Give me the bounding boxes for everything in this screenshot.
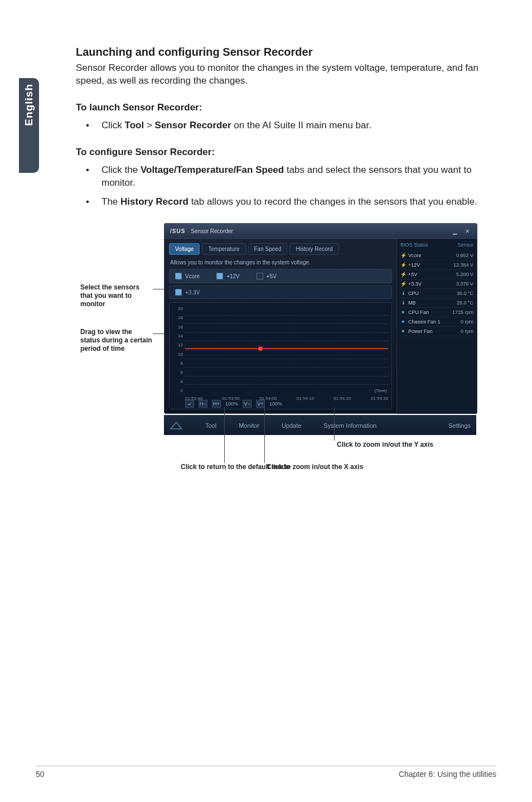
connector-line	[264, 407, 265, 463]
text: tab allows you to record the changes in …	[188, 196, 477, 207]
minimize-icon[interactable]: ▁	[451, 227, 459, 235]
language-label: English	[23, 84, 35, 126]
brand-logo: /SUS	[170, 228, 185, 234]
sensor-icon: 🌡	[400, 300, 406, 306]
xtick: 01:54:10	[297, 396, 314, 401]
time-axis-label: (Time)	[374, 388, 387, 393]
check-vcore[interactable]: Vcore	[175, 273, 200, 279]
sensor-side-panel: BIOS Status Sensor ⚡Vcore0.952 V⚡+12V12.…	[396, 239, 477, 414]
sensor-row: 🌡CPU36.0 °C	[400, 289, 473, 298]
zoom-x-out-button[interactable]: H−	[199, 400, 207, 408]
app-window: /SUS Sensor Recorder ▁ ✕ Voltage Tempera…	[164, 223, 477, 414]
tab-row: Voltage Temperature Fan Speed History Re…	[169, 243, 392, 255]
xtick: 01:54:20	[333, 396, 351, 401]
check-12v[interactable]: +12V	[216, 273, 240, 279]
window-title: Sensor Recorder	[191, 228, 233, 234]
bottom-tool-button[interactable]: Tool	[205, 422, 216, 429]
sensor-icon: ✷	[400, 328, 406, 334]
sensor-row: 🌡MB28.0 °C	[400, 298, 473, 308]
sensor-name: +12V	[408, 262, 453, 268]
section-heading: Launching and configuring Sensor Recorde…	[76, 46, 492, 59]
checkbox-icon[interactable]	[175, 289, 182, 296]
zoom-y-out-button[interactable]: V−	[243, 400, 252, 408]
ytick: 10	[172, 352, 183, 357]
sensor-name: CPU	[408, 291, 457, 296]
sensor-row: ⚡+3.3V3.376 V	[400, 279, 473, 289]
xtick: 01:54:30	[371, 396, 388, 401]
ytick: 6	[172, 370, 183, 375]
figure-region: Select the sensors that you want to moni…	[80, 223, 492, 480]
zoom-controls: ⤾ H− H+ 100% V− V+ 100%	[185, 400, 282, 408]
launch-bullet: Click Tool > Sensor Recorder on the AI S…	[76, 119, 492, 132]
text: >	[144, 120, 154, 131]
ytick: 4	[172, 379, 183, 384]
configure-bullet-1: Click the Voltage/Temperature/Fan Speed …	[76, 163, 492, 190]
suite-logo-icon	[170, 421, 183, 431]
sensor-value: 28.0 °C	[457, 300, 473, 306]
text: Click	[101, 120, 125, 131]
sensor-name: Power Fan	[408, 328, 461, 334]
ytick: 12	[172, 342, 183, 347]
ytick: 20	[172, 306, 183, 311]
tool-bold: Tool	[125, 120, 144, 131]
tab-fan-speed[interactable]: Fan Speed	[248, 243, 288, 255]
bottom-monitor-button[interactable]: Monitor	[239, 422, 259, 429]
checkbox-icon	[175, 273, 182, 279]
bottom-sysinfo-button[interactable]: System Information	[323, 422, 376, 429]
page-number: 50	[36, 770, 45, 779]
label-zoom-y: Click to zoom in/out the Y axis	[337, 441, 433, 449]
text: Click the	[101, 165, 141, 175]
ytick: 8	[172, 361, 183, 366]
tab-temperature[interactable]: Temperature	[202, 243, 245, 255]
sensor-icon: ✷	[400, 310, 406, 315]
sensor-value: 0 rpm	[461, 328, 473, 334]
label-drag-status: Drag to view the status during a certain…	[80, 328, 153, 353]
sensor-row: ⚡+12V12.384 V	[400, 260, 473, 270]
side-header-right: Sensor	[457, 242, 473, 248]
check-label: +5V	[267, 273, 277, 279]
chart-area[interactable]: 20 18 16 14 12 10 8 6 4 2	[169, 302, 392, 409]
zoom-reset-button[interactable]: ⤾	[185, 400, 194, 408]
sensor-name: +5V	[408, 272, 456, 277]
sensor-value: 0.952 V	[456, 253, 473, 258]
ytick: 18	[172, 315, 183, 320]
sensor-name: Vcore	[408, 253, 456, 258]
ytick: 2	[172, 388, 183, 393]
sensor-value: 36.0 °C	[457, 291, 473, 296]
sensor-row: ⚡+5V5.200 V	[400, 270, 473, 279]
bottom-settings-button[interactable]: Settings	[448, 422, 471, 429]
checkbox-icon	[257, 273, 263, 279]
sensor-icon: ⚡	[400, 281, 406, 287]
app-bottom-bar: Tool Monitor Update System Information S…	[164, 415, 476, 435]
sensor-icon: 🌡	[400, 291, 406, 296]
sensor-value: 1725 rpm	[452, 310, 473, 315]
side-header-left: BIOS Status	[400, 242, 428, 248]
plot-region[interactable]	[185, 306, 388, 393]
history-record-bold: History Record	[120, 196, 188, 207]
text: on the AI Suite II main menu bar.	[231, 120, 371, 131]
checkbox-icon	[216, 273, 223, 279]
check-5v[interactable]: +5V	[257, 273, 277, 279]
sensor-recorder-bold: Sensor Recorder	[155, 120, 231, 131]
sensor-row: ✷CPU Fan1725 rpm	[400, 308, 473, 317]
ytick: 14	[172, 334, 183, 339]
configure-heading: To configure Sensor Recorder:	[76, 147, 492, 158]
close-icon[interactable]: ✕	[463, 227, 471, 235]
zoom-x-value: 100%	[225, 401, 238, 407]
label-select-sensors: Select the sensors that you want to moni…	[80, 283, 153, 308]
tab-voltage[interactable]: Voltage	[169, 243, 200, 255]
tab-history-record[interactable]: History Record	[289, 243, 338, 255]
label-return-default: Click to return to the default mode	[181, 463, 289, 471]
grid-lines	[185, 306, 388, 393]
bottom-update-button[interactable]: Update	[282, 422, 301, 429]
connector-line	[224, 407, 225, 463]
chapter-title: Chapter 6: Using the utilities	[399, 770, 496, 779]
check-label: Vcore	[185, 273, 200, 279]
zoom-y-in-button[interactable]: V+	[256, 400, 265, 408]
zoom-x-in-button[interactable]: H+	[212, 400, 221, 408]
sensor-row: ✷Chassis Fan 10 rpm	[400, 317, 473, 327]
check-label: +3.3V	[185, 289, 200, 296]
sensor-value: 12.384 V	[453, 262, 473, 268]
zoom-y-value: 100%	[269, 401, 282, 407]
sensor-name: +3.3V	[408, 281, 456, 287]
